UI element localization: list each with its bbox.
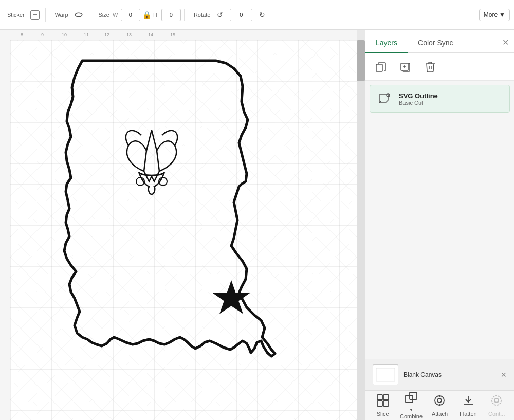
tab-layers[interactable]: Layers — [365, 33, 408, 53]
contour-icon — [490, 394, 503, 410]
duplicate-layer-btn[interactable] — [373, 59, 389, 75]
rotate-cw-btn[interactable]: ↻ — [255, 8, 269, 22]
combine-tool[interactable]: ▼ Combine — [398, 391, 424, 419]
add-layer-btn[interactable] — [397, 59, 414, 75]
svg-rect-17 — [406, 395, 413, 403]
svg-point-20 — [437, 398, 442, 403]
more-button[interactable]: More ▼ — [479, 9, 510, 21]
svg-text:H: H — [153, 12, 157, 18]
warp-icon[interactable] — [71, 8, 86, 22]
height-input[interactable]: 0 — [161, 9, 181, 21]
canvas-thumb-area: Blank Canvas ✕ — [365, 359, 514, 390]
ruler-tick-8: 8 — [21, 32, 23, 38]
svg-point-19 — [435, 396, 444, 405]
artwork-container[interactable] — [41, 45, 339, 369]
combine-arrow: ▼ — [409, 408, 413, 412]
scrollbar-thumb[interactable] — [357, 40, 365, 81]
svg-point-24 — [492, 396, 501, 405]
ruler-tick-13: 13 — [126, 32, 132, 38]
rotate-ccw-btn[interactable]: ↺ — [213, 8, 227, 22]
more-group: More ▼ — [479, 9, 510, 21]
height-icon: H — [153, 11, 159, 19]
canvas-grid — [10, 40, 357, 420]
layer-name: SVG Outline — [399, 92, 504, 100]
delete-layer-btn[interactable] — [422, 59, 438, 75]
combine-label: Combine — [400, 413, 423, 419]
sticker-label: Sticker — [7, 12, 25, 18]
scrollbar-vertical[interactable] — [357, 40, 365, 420]
ruler-tick-14: 14 — [148, 32, 153, 38]
svg-rect-14 — [383, 395, 389, 400]
svg-rect-6 — [376, 64, 382, 71]
canvas-thumbnail — [373, 364, 398, 385]
flatten-label: Flatten — [460, 411, 477, 417]
svg-rect-11 — [375, 367, 396, 382]
combine-icon — [405, 391, 418, 407]
main-toolbar: Sticker Warp Size W 0 🔒 H — [0, 0, 514, 30]
canvas-thumb-label: Blank Canvas — [403, 371, 442, 378]
layer-info: SVG Outline Basic Cut — [399, 92, 504, 106]
sticker-icon[interactable] — [28, 8, 42, 22]
size-group: Size W 0 🔒 H 0 — [96, 9, 185, 21]
rotate-label: Rotate — [194, 12, 210, 18]
lock-icon: 🔒 — [142, 11, 151, 19]
panel-bottom-toolbar: Slice ▼ Combine — [365, 390, 514, 420]
ruler-horizontal: 8 9 10 11 12 13 14 15 — [0, 30, 357, 40]
svg-rect-15 — [377, 401, 382, 406]
size-label: Size — [99, 12, 109, 18]
width-input[interactable]: 0 — [121, 9, 140, 21]
slice-tool[interactable]: Slice — [370, 394, 396, 417]
slice-label: Slice — [377, 411, 389, 417]
ruler-vertical — [0, 30, 10, 420]
ruler-tick-10: 10 — [62, 32, 67, 38]
contour-tool[interactable]: Cont... — [484, 394, 509, 417]
canvas-thumb-close-btn[interactable]: ✕ — [501, 371, 507, 379]
tab-color-sync[interactable]: Color Sync — [408, 33, 463, 53]
svg-rect-18 — [410, 392, 417, 399]
canvas-area: 8 9 10 11 12 13 14 15 — [0, 30, 365, 420]
warp-label: Warp — [55, 12, 68, 18]
svg-artwork — [41, 45, 339, 369]
warp-group: Warp — [52, 8, 89, 22]
layer-item-svg-outline[interactable]: SVG Outline Basic Cut — [370, 85, 510, 113]
ruler-tick-15: 15 — [170, 32, 175, 38]
svg-rect-13 — [377, 395, 382, 400]
ruler-tick-11: 11 — [84, 32, 89, 38]
rotate-group: Rotate ↺ 0 ↻ — [191, 8, 272, 22]
ruler-tick-12: 12 — [104, 32, 109, 38]
more-chevron-icon: ▼ — [499, 11, 505, 19]
layer-type: Basic Cut — [399, 100, 504, 106]
svg-text:W: W — [113, 12, 118, 18]
panel-tabs: Layers Color Sync ✕ — [365, 30, 514, 53]
slice-icon — [376, 394, 390, 410]
rotate-input[interactable]: 0 — [230, 9, 252, 21]
main-area: 8 9 10 11 12 13 14 15 — [0, 30, 514, 420]
right-panel: Layers Color Sync ✕ — [365, 30, 514, 420]
svg-rect-16 — [383, 401, 389, 406]
flatten-icon — [462, 394, 475, 410]
attach-label: Attach — [432, 411, 448, 417]
panel-close-btn[interactable]: ✕ — [502, 38, 509, 47]
flatten-tool[interactable]: Flatten — [455, 394, 481, 417]
fleur-de-lis-group — [126, 130, 177, 194]
contour-label: Cont... — [488, 411, 505, 417]
width-icon: W — [113, 11, 119, 19]
attach-icon — [433, 394, 446, 410]
layers-list: SVG Outline Basic Cut — [365, 81, 514, 359]
sticker-group: Sticker — [4, 8, 46, 22]
attach-tool[interactable]: Attach — [427, 394, 452, 417]
ruler-tick-9: 9 — [41, 32, 44, 38]
layer-thumb-icon — [375, 89, 394, 108]
panel-actions — [365, 53, 514, 81]
more-label: More — [484, 11, 498, 19]
